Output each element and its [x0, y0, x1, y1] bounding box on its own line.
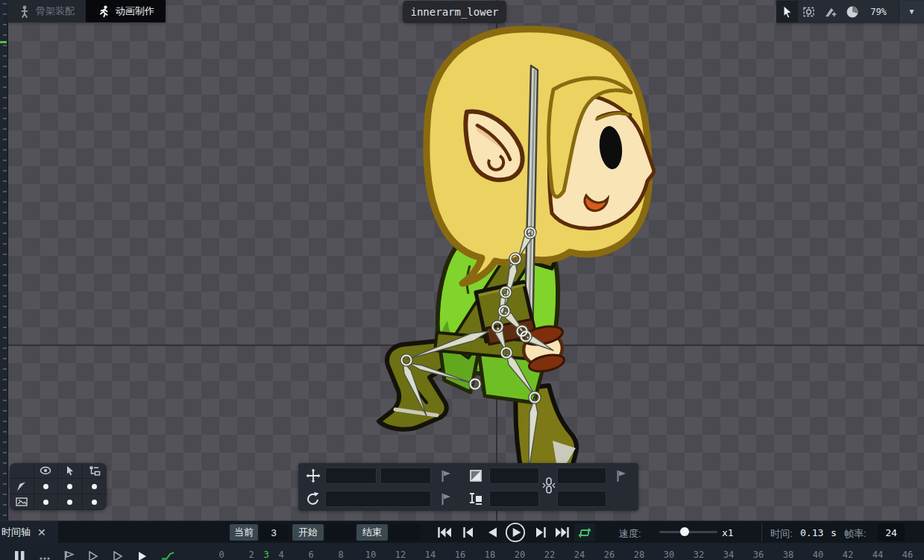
images-row-header[interactable]: [10, 494, 34, 510]
frame-tick[interactable]: 28: [634, 550, 644, 560]
divider: [761, 523, 762, 542]
play-outline-icon[interactable]: [113, 551, 123, 560]
brush-add-button[interactable]: [820, 1, 841, 22]
start-frame-button[interactable]: 开始: [292, 524, 324, 541]
shear-y-field[interactable]: [557, 491, 606, 507]
frame-tick[interactable]: 4: [278, 550, 283, 560]
current-frame-button[interactable]: 当前: [230, 524, 258, 541]
frame-tick[interactable]: 16: [455, 550, 465, 560]
bones-hierarchy-toggle[interactable]: [83, 479, 107, 494]
frame-tick[interactable]: 36: [753, 550, 764, 560]
previous-key-button[interactable]: [457, 523, 478, 541]
play-icon: [505, 521, 526, 544]
link-scale-button[interactable]: [541, 478, 556, 493]
speed-slider-handle[interactable]: [680, 527, 689, 536]
images-hierarchy-toggle[interactable]: [83, 494, 107, 510]
zoom-dropdown-button[interactable]: ▼: [899, 1, 924, 22]
hierarchy-icon: [89, 465, 101, 476]
frame-tick[interactable]: 44: [873, 550, 883, 560]
tab-animation[interactable]: 动画制作: [86, 0, 166, 22]
fps-label: 帧率:: [844, 527, 867, 541]
translate-y-field[interactable]: [380, 468, 431, 484]
frame-tick[interactable]: 38: [783, 550, 793, 560]
frame-tick[interactable]: 22: [544, 550, 555, 560]
start-frame-field[interactable]: [325, 524, 355, 541]
flag-icon: [441, 470, 451, 482]
scale-y-field[interactable]: [557, 468, 606, 484]
frame-tick[interactable]: 46: [902, 550, 913, 560]
step-back-button[interactable]: [482, 523, 503, 541]
toggle-dot: [43, 500, 48, 505]
frame-tick[interactable]: 6: [308, 550, 313, 560]
shear-mode-button[interactable]: [468, 491, 483, 506]
toggle-dot: [92, 500, 97, 505]
rotate-field[interactable]: [325, 491, 431, 507]
tab-animation-label: 动画制作: [116, 4, 154, 18]
marquee-select-icon: [802, 6, 815, 18]
play-outline-icon[interactable]: [88, 551, 98, 560]
bones-row-header[interactable]: [10, 479, 34, 494]
go-to-start-button[interactable]: [433, 523, 454, 541]
step-forward-button[interactable]: [530, 523, 551, 541]
timeline-panel-tab[interactable]: 时间轴 ✕: [0, 521, 58, 544]
frame-tick[interactable]: 0: [219, 550, 224, 560]
frame-tick[interactable]: 14: [425, 550, 436, 560]
frame-tick[interactable]: 12: [395, 550, 406, 560]
time-value: 0.13: [800, 527, 823, 538]
bones-selectable-toggle[interactable]: [58, 479, 83, 494]
scale-mode-button[interactable]: [468, 468, 483, 483]
frame-tick[interactable]: 24: [574, 550, 585, 560]
frame-tick[interactable]: 26: [604, 550, 615, 560]
frame-tick[interactable]: 18: [485, 550, 495, 560]
frame-tick-current[interactable]: 3: [263, 550, 268, 560]
pie-view-button[interactable]: [841, 1, 863, 22]
frame-tick[interactable]: 34: [723, 550, 734, 560]
frame-tick[interactable]: 42: [843, 550, 853, 560]
flag-outline-icon[interactable]: [63, 551, 75, 560]
images-visible-toggle[interactable]: [34, 494, 59, 510]
play-button[interactable]: [505, 523, 526, 541]
viewport-canvas[interactable]: [0, 0, 924, 520]
end-frame-field[interactable]: [389, 524, 421, 541]
close-icon[interactable]: ✕: [37, 526, 46, 538]
translate-key-flag[interactable]: [439, 468, 453, 483]
cursor-tool-button[interactable]: [776, 1, 798, 22]
frame-tick[interactable]: 30: [664, 550, 674, 560]
loop-toggle-button[interactable]: [574, 523, 595, 541]
translate-x-field[interactable]: [325, 468, 377, 484]
frame-tick[interactable]: 20: [515, 550, 525, 560]
view-toolbar: 79% ▼: [776, 0, 924, 23]
rotate-key-flag[interactable]: [439, 491, 453, 506]
rotate-mode-button[interactable]: [306, 491, 321, 506]
play-filled-icon[interactable]: [137, 551, 148, 560]
hierarchy-column-header[interactable]: [83, 463, 107, 479]
visibility-column-header[interactable]: [34, 463, 59, 479]
scale-key-flag[interactable]: [614, 468, 629, 483]
toggle-dot: [67, 500, 72, 505]
flag-icon: [616, 470, 626, 482]
frame-tick[interactable]: 40: [813, 550, 823, 560]
curve-graph-icon[interactable]: [161, 551, 175, 560]
scale-x-field[interactable]: [489, 468, 539, 484]
selectable-column-header[interactable]: [58, 463, 83, 479]
character-head[interactable]: [427, 29, 654, 283]
go-to-end-button[interactable]: [552, 523, 573, 541]
more-options-icon[interactable]: [39, 551, 51, 560]
frame-tick[interactable]: 32: [694, 550, 704, 560]
frame-tick[interactable]: 8: [338, 550, 343, 560]
image-icon: [16, 497, 28, 506]
shear-x-field[interactable]: [489, 491, 539, 507]
frame-ruler[interactable]: 0234681012141618202224262830323436384042…: [0, 543, 924, 560]
tab-rigging[interactable]: 骨架装配: [7, 0, 86, 22]
frame-tick[interactable]: 10: [365, 550, 376, 560]
marquee-select-button[interactable]: [798, 1, 820, 22]
pause-icon[interactable]: [13, 551, 26, 560]
fps-field[interactable]: 24: [878, 523, 905, 541]
current-frame-field[interactable]: 3: [260, 524, 288, 541]
translate-mode-button[interactable]: [306, 468, 321, 483]
end-frame-button[interactable]: 结束: [356, 524, 388, 541]
frame-tick[interactable]: 2: [248, 550, 254, 560]
images-selectable-toggle[interactable]: [58, 494, 83, 510]
bones-visible-toggle[interactable]: [34, 479, 59, 494]
cursor-icon: [65, 465, 75, 476]
